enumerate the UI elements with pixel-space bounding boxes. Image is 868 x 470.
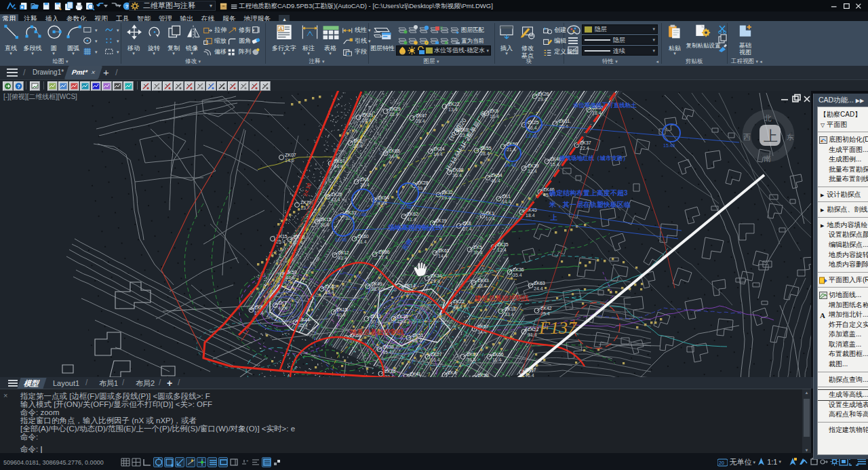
svg-text:48.4: 48.4 <box>412 338 422 343</box>
svg-text:10.4: 10.4 <box>486 216 495 221</box>
svg-text:13.4: 13.4 <box>448 107 458 112</box>
svg-text:31.4: 31.4 <box>528 332 537 337</box>
svg-text:地基总基础控制线: 地基总基础控制线 <box>349 328 404 336</box>
svg-text:ZK41: ZK41 <box>410 372 421 376</box>
svg-text:ZK25: ZK25 <box>528 120 539 125</box>
svg-text:42.4: 42.4 <box>397 319 406 324</box>
svg-text:ZK52: ZK52 <box>528 327 539 332</box>
svg-text:上: 上 <box>550 214 557 221</box>
svg-text:ZK43: ZK43 <box>477 278 489 283</box>
svg-text:40.4: 40.4 <box>278 306 288 311</box>
svg-text:ZK3: ZK3 <box>360 177 369 182</box>
svg-text:36.4: 36.4 <box>452 173 462 178</box>
svg-text:ZK7: ZK7 <box>278 300 287 305</box>
svg-text:15.4: 15.4 <box>325 290 334 294</box>
svg-text:27.4: 27.4 <box>462 227 472 231</box>
svg-text:34.4: 34.4 <box>389 154 398 159</box>
svg-text:ZK27: ZK27 <box>431 352 442 357</box>
svg-text:40.4: 40.4 <box>336 313 346 317</box>
svg-text:ZK61: ZK61 <box>438 248 450 253</box>
svg-text:北: 北 <box>764 114 772 122</box>
svg-text:ZK51: ZK51 <box>412 333 424 338</box>
svg-text:ZK2: ZK2 <box>353 138 362 143</box>
svg-text:28.4: 28.4 <box>416 119 425 123</box>
svg-text:ZK4: ZK4 <box>448 370 456 375</box>
svg-text:35.4: 35.4 <box>513 273 522 277</box>
svg-text:30.4: 30.4 <box>370 319 380 324</box>
svg-text:ZK35: ZK35 <box>497 242 509 247</box>
svg-text:12.48: 12.48 <box>335 237 347 242</box>
svg-text:29.4: 29.4 <box>431 279 440 283</box>
svg-text:ZK12: ZK12 <box>338 250 349 255</box>
svg-text:14.48: 14.48 <box>505 163 517 168</box>
svg-text:ZK37: ZK37 <box>580 140 591 145</box>
svg-text:ZK10: ZK10 <box>467 352 478 357</box>
svg-text:ZK28: ZK28 <box>417 180 429 185</box>
svg-text:ZK9: ZK9 <box>490 109 498 113</box>
svg-text:A: A <box>279 26 283 32</box>
svg-text:ZK22: ZK22 <box>453 299 465 304</box>
svg-text:ZK18: ZK18 <box>505 307 516 311</box>
svg-text:33.4: 33.4 <box>467 357 476 362</box>
svg-text:ZK56: ZK56 <box>492 352 504 357</box>
svg-text:35.4: 35.4 <box>298 323 308 328</box>
svg-text:22.4: 22.4 <box>580 146 589 151</box>
svg-text:36.4: 36.4 <box>320 222 330 227</box>
svg-text:19.4: 19.4 <box>433 152 443 157</box>
svg-text:33.4: 33.4 <box>505 312 514 317</box>
svg-text:ZK8: ZK8 <box>462 221 471 226</box>
svg-text:ZK33: ZK33 <box>397 314 408 319</box>
svg-text:ZK47: ZK47 <box>416 113 427 118</box>
svg-text:41.4: 41.4 <box>491 178 500 183</box>
svg-text:西: 西 <box>743 133 751 141</box>
svg-text:ZK11: ZK11 <box>559 119 570 123</box>
svg-text:22.4: 22.4 <box>389 112 399 117</box>
svg-text:ZK15: ZK15 <box>336 307 348 312</box>
svg-text:ZK55: ZK55 <box>480 146 492 151</box>
svg-text:ZK63: ZK63 <box>534 281 545 286</box>
svg-text:ZK49: ZK49 <box>371 281 382 286</box>
svg-text:45.4: 45.4 <box>382 350 392 355</box>
svg-text:A: A <box>820 311 825 319</box>
svg-text:ZK54: ZK54 <box>491 173 502 178</box>
svg-text:41.4: 41.4 <box>407 217 416 222</box>
svg-text:32.4: 32.4 <box>528 169 537 174</box>
svg-text:ZK67: ZK67 <box>334 159 345 163</box>
svg-text:a: a <box>347 52 349 56</box>
svg-text:16.4: 16.4 <box>431 357 440 362</box>
svg-text:ZK34: ZK34 <box>431 273 442 278</box>
svg-text:ZK39: ZK39 <box>528 163 539 168</box>
svg-text:14.4: 14.4 <box>438 254 448 258</box>
svg-text:ZK20: ZK20 <box>331 192 342 197</box>
svg-text:米，其一层在轨塑快板区临: 米，其一层在轨塑快板区临 <box>549 200 631 208</box>
svg-text:43.4: 43.4 <box>338 256 347 260</box>
svg-text:ZK62: ZK62 <box>407 212 418 216</box>
svg-text:21.4: 21.4 <box>507 147 516 152</box>
svg-text:ZK14: ZK14 <box>404 283 416 288</box>
svg-text:24.4: 24.4 <box>534 286 543 291</box>
svg-text:10.48: 10.48 <box>355 212 367 217</box>
svg-text:ZK1: ZK1 <box>502 194 511 199</box>
svg-text:ZK16: ZK16 <box>384 369 396 374</box>
svg-text:49.4: 49.4 <box>453 305 462 309</box>
svg-text:ZK38: ZK38 <box>382 345 394 349</box>
svg-text:ZK15: ZK15 <box>320 217 332 222</box>
svg-text:确定结构布置上高度不超3: 确定结构布置上高度不超3 <box>549 189 628 197</box>
svg-text:43.4: 43.4 <box>331 197 340 202</box>
svg-text:ZK36: ZK36 <box>513 267 524 272</box>
svg-text:10.4: 10.4 <box>490 114 499 119</box>
svg-text:ZK29: ZK29 <box>389 106 401 111</box>
svg-text:ZK22: ZK22 <box>448 102 460 106</box>
svg-text:建筑总基础控制线: 建筑总基础控制线 <box>474 294 529 302</box>
svg-text:13.48: 13.48 <box>526 134 538 138</box>
svg-text:31.4: 31.4 <box>357 239 367 244</box>
svg-text:ZK23: ZK23 <box>452 168 464 172</box>
svg-text:ZK60: ZK60 <box>357 234 369 239</box>
svg-text:15.48: 15.48 <box>663 143 675 148</box>
svg-text:20.4: 20.4 <box>360 182 370 187</box>
svg-text:38.4: 38.4 <box>371 287 380 292</box>
svg-text:29.4: 29.4 <box>538 97 547 102</box>
svg-text:ZK07: ZK07 <box>285 153 296 157</box>
svg-text:南: 南 <box>764 155 771 163</box>
svg-text:+: + <box>246 458 249 463</box>
